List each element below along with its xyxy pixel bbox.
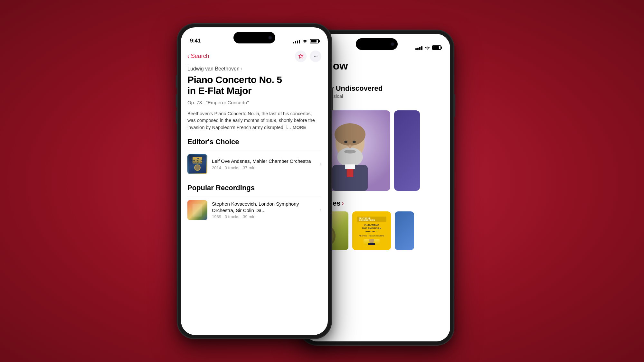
nav-bar-left: ‹ Search ··· bbox=[181, 47, 328, 66]
back-label: Search bbox=[191, 53, 209, 60]
more-button[interactable]: ··· bbox=[310, 51, 321, 62]
back-button[interactable]: ‹ Search bbox=[187, 52, 209, 60]
svg-point-12 bbox=[344, 150, 356, 153]
svg-point-17 bbox=[369, 239, 374, 243]
signal-bar-r3 bbox=[419, 47, 421, 50]
editors-choice-info: Leif Ove Andsnes, Mahler Chamber Orchest… bbox=[212, 158, 315, 170]
dynamic-island-left bbox=[233, 32, 275, 43]
artist-chevron-icon: › bbox=[241, 66, 242, 71]
signal-bar-r2 bbox=[417, 48, 419, 50]
signal-bar-4 bbox=[299, 40, 300, 43]
signal-bar-3 bbox=[297, 41, 298, 43]
svg-marker-0 bbox=[298, 54, 303, 58]
playlist-next-image bbox=[394, 110, 420, 191]
popular-recording-meta: 1969 · 3 tracks · 39 min bbox=[212, 214, 315, 219]
signal-bar-1 bbox=[293, 42, 294, 43]
status-icons-left bbox=[293, 39, 319, 44]
status-icons-right bbox=[415, 45, 441, 51]
popular-recording-info: Stephen Kovacevich, London Symphony Orch… bbox=[212, 201, 315, 219]
battery-icon-right bbox=[432, 45, 441, 50]
popular-recording-item[interactable]: Stephen Kovacevich, London Symphony Orch… bbox=[187, 197, 321, 223]
artist-link[interactable]: Ludwig van Beethoven › bbox=[187, 66, 321, 72]
camera-dot bbox=[268, 36, 272, 40]
more-button-text[interactable]: MORE bbox=[293, 125, 306, 130]
editors-choice-item[interactable]: THEBEETHOVENJOURNEY Leif Ove Andsnes, Ma… bbox=[187, 151, 321, 177]
beethoven-journey-album: THEBEETHOVENJOURNEY bbox=[187, 154, 207, 174]
signal-bars-right bbox=[415, 45, 422, 50]
piece-title: Piano Concerto No. 5 in E-Flat Major bbox=[187, 74, 321, 97]
svg-point-10 bbox=[353, 141, 356, 143]
favorite-button[interactable] bbox=[295, 51, 307, 62]
signal-bars-left bbox=[293, 39, 300, 43]
popular-item-chevron-icon: › bbox=[320, 207, 321, 213]
signal-bar-r4 bbox=[421, 46, 422, 50]
release-third bbox=[395, 211, 414, 250]
wifi-icon-right bbox=[424, 45, 430, 51]
piece-description: Beethoven's Piano Concerto No. 5, the la… bbox=[187, 110, 321, 131]
svg-rect-18 bbox=[368, 243, 375, 245]
svg-rect-8 bbox=[345, 164, 355, 169]
dynamic-island-right bbox=[356, 38, 398, 50]
piece-title-line1: Piano Concerto No. 5 bbox=[187, 74, 282, 85]
release-yuja-wang[interactable]: DEUTSCHE GRAMMOPHON YUJA WANGTHE AMERICA… bbox=[352, 211, 391, 250]
svg-point-9 bbox=[344, 141, 347, 143]
nav-actions: ··· bbox=[295, 51, 321, 62]
editors-choice-meta: 2014 · 3 tracks · 37 min bbox=[212, 165, 315, 170]
screen-content-left: ‹ Search ··· bbox=[181, 47, 328, 335]
signal-bar-2 bbox=[295, 41, 296, 43]
editors-choice-title: Editor's Choice bbox=[187, 138, 321, 146]
back-chevron-icon: ‹ bbox=[187, 52, 190, 60]
popular-album-art bbox=[187, 200, 207, 220]
releases-chevron-icon[interactable]: › bbox=[342, 200, 344, 207]
wifi-icon-left bbox=[302, 39, 308, 44]
battery-icon-left bbox=[310, 39, 319, 43]
svg-point-11 bbox=[348, 144, 352, 148]
phone-left-screen: 9:41 bbox=[181, 27, 328, 335]
popular-recordings-title: Popular Recordings bbox=[187, 184, 321, 192]
phone-left: 9:41 bbox=[177, 23, 332, 339]
editors-choice-name: Leif Ove Andsnes, Mahler Chamber Orchest… bbox=[212, 158, 315, 164]
popular-recording-name: Stephen Kovacevich, London Symphony Orch… bbox=[212, 201, 315, 213]
status-time-left: 9:41 bbox=[190, 38, 201, 44]
svg-point-4 bbox=[335, 123, 365, 146]
camera-dot-right bbox=[391, 42, 394, 46]
piece-subtitle: Op. 73 · "Emperor Concerto" bbox=[187, 100, 321, 105]
main-content-left: Ludwig van Beethoven › Piano Concerto No… bbox=[181, 66, 328, 223]
signal-bar-r1 bbox=[415, 48, 417, 50]
ellipsis-icon: ··· bbox=[314, 53, 317, 60]
item-chevron-icon: › bbox=[320, 161, 321, 167]
piece-title-line2: in E-Flat Major bbox=[187, 85, 251, 96]
artist-name: Ludwig van Beethoven bbox=[187, 66, 240, 72]
